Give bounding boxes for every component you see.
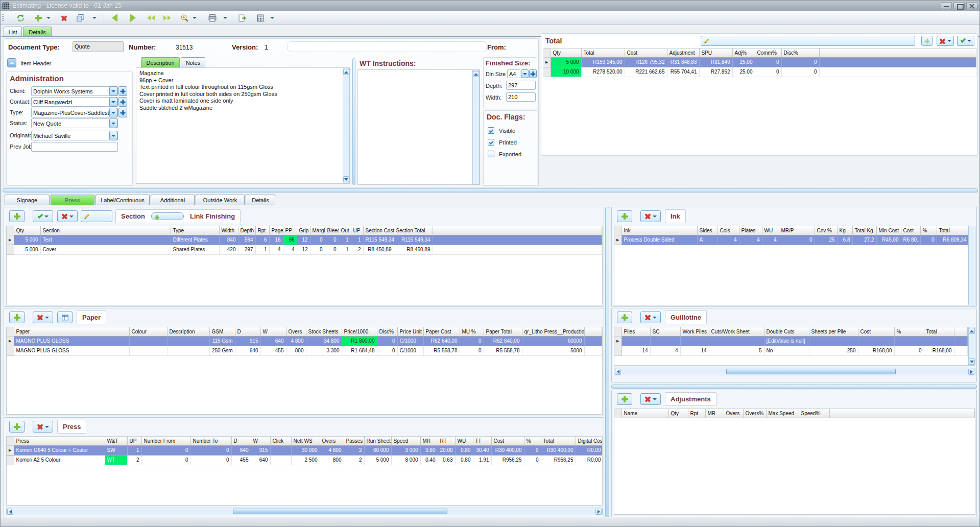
column-header[interactable]: Cost	[491, 437, 524, 445]
grid-cell[interactable]: Komori G640 5 Colour + Coater	[14, 445, 105, 455]
grid-cell[interactable]: 27.2	[852, 235, 876, 245]
column-header[interactable]: Description	[167, 327, 209, 336]
grid-cell[interactable]: R0,00	[576, 445, 603, 455]
total-apply-button[interactable]	[957, 36, 974, 46]
grid-cell[interactable]: 25.00	[732, 67, 755, 77]
column-header[interactable]: SC	[650, 327, 680, 336]
grid-cell[interactable]: 12	[297, 235, 310, 245]
grid-cell[interactable]: R1 800,00	[342, 336, 377, 346]
grid-cell[interactable]: R956,25	[491, 455, 524, 465]
grid-cell[interactable]: 0	[190, 445, 231, 455]
column-header[interactable]: Disc%	[781, 49, 819, 57]
grid-cell[interactable]: 0	[920, 235, 937, 245]
grid-cell[interactable]: R126 795,32	[625, 57, 667, 67]
grid-row[interactable]: MAGNO PLUS GLOSS250 Gsm6404558003 300R1 …	[7, 346, 602, 355]
paper-columns-button[interactable]	[57, 312, 73, 323]
scroll-up-button[interactable]	[343, 69, 349, 75]
column-header[interactable]: MR	[705, 409, 724, 418]
type-combo[interactable]: Magazine-PlusCover-Saddlesti...	[31, 108, 118, 117]
grid-cell[interactable]: 420	[219, 245, 238, 254]
item-header-collapse-button[interactable]	[7, 58, 16, 67]
grid-cell[interactable]: 6	[255, 235, 269, 245]
total-edit-box[interactable]	[701, 36, 915, 46]
grid-cell[interactable]: 455	[231, 455, 251, 465]
contact-dropdown-button[interactable]	[109, 97, 117, 107]
print-button[interactable]	[206, 12, 219, 23]
tab-details-section[interactable]: Details	[246, 195, 275, 205]
grid-cell[interactable]: 640	[260, 336, 286, 346]
grid-cell[interactable]: 640	[231, 445, 251, 455]
grid-cell[interactable]	[270, 445, 291, 455]
grid-cell[interactable]	[680, 336, 709, 346]
grid-cell[interactable]: R31 848,83	[667, 57, 699, 67]
grid-cell[interactable]: 250	[809, 346, 858, 355]
column-header[interactable]: Paper Total	[484, 327, 522, 336]
grid-cell[interactable]	[129, 336, 167, 346]
grid-row[interactable]: ▶Process Double SidedA4440256.827.2R45,0…	[614, 235, 968, 245]
press-horizontal-scrollbar[interactable]	[6, 508, 603, 515]
grid-cell[interactable]: 0	[781, 67, 819, 77]
column-header[interactable]: RT	[438, 437, 455, 445]
grid-cell[interactable]: R6 80...	[901, 235, 920, 245]
tab-details[interactable]: Details	[23, 27, 52, 37]
column-header[interactable]: Kg	[837, 226, 852, 235]
zoom-dropdown[interactable]	[192, 12, 198, 23]
grid-cell[interactable]: 5000	[522, 346, 584, 355]
exported-checkbox[interactable]	[488, 151, 494, 157]
grid-cell[interactable]: 1.91	[473, 455, 491, 465]
grid-cell[interactable]: 0	[781, 57, 819, 67]
grid-cell[interactable]: R45,00	[876, 235, 901, 245]
grid-cell[interactable]: Cover	[40, 245, 171, 254]
column-header[interactable]: Number From	[141, 437, 190, 445]
tab-additional[interactable]: Additional	[151, 195, 195, 205]
section-add-button[interactable]	[9, 210, 25, 222]
column-header[interactable]: W	[251, 437, 270, 445]
grid-cell[interactable]: 5 000	[551, 57, 581, 67]
grid-cell[interactable]: R115 549,34	[363, 235, 394, 245]
grid-cell[interactable]: C/1000	[397, 346, 423, 355]
adjustments-add-button[interactable]	[617, 393, 632, 405]
grid-row[interactable]: ▶Komori G640 5 Colour + CoaterSW10064091…	[7, 445, 603, 455]
grid-cell[interactable]: 2 500	[291, 455, 320, 465]
column-header[interactable]: MR	[420, 437, 438, 445]
column-header[interactable]: D	[235, 327, 260, 336]
grid-cell[interactable]: 4	[283, 245, 297, 254]
copy-dropdown[interactable]	[91, 12, 98, 23]
nav-first-button[interactable]	[144, 12, 158, 23]
column-header[interactable]: Depth	[238, 226, 255, 235]
grid-cell[interactable]: 4	[762, 235, 779, 245]
column-header[interactable]: Section Cost	[363, 226, 394, 235]
horizontal-splitter[interactable]	[3, 188, 978, 193]
guillotine-vertical-scrollbar[interactable]	[968, 327, 975, 366]
grid-cell[interactable]: 0	[310, 245, 325, 254]
column-header[interactable]: UP	[351, 226, 363, 235]
grid-cell[interactable]: 14	[622, 346, 650, 355]
grid-cell[interactable]: 1	[351, 235, 363, 245]
grid-cell[interactable]: WT	[105, 455, 127, 465]
grid-cell[interactable]: A	[697, 235, 718, 245]
delete-button[interactable]	[58, 12, 70, 23]
grid-cell[interactable]: Process Double Sided	[622, 235, 697, 245]
grid-cell[interactable]: R278 520,00	[581, 67, 625, 77]
tab-description[interactable]: Description	[141, 57, 180, 67]
grid-cell[interactable]: 25.00	[732, 57, 755, 67]
grid-cell[interactable]: 640	[235, 346, 260, 355]
calculator-button[interactable]	[254, 12, 267, 23]
grid-cell[interactable]: 2	[344, 455, 364, 465]
description-scrollbar[interactable]	[343, 68, 350, 183]
grid-cell[interactable]: [EditValue is null]	[764, 336, 809, 346]
grid-cell[interactable]: R62 640,00	[484, 336, 522, 346]
grid-cell[interactable]: 60 000	[364, 445, 391, 455]
grid-cell[interactable]: 96	[283, 235, 297, 245]
grid-row[interactable]: ▶5 000TextDifferent Plates84059461696120…	[7, 235, 602, 245]
grid-cell[interactable]: Komori A2 5 Colour	[14, 455, 105, 465]
refresh-button[interactable]	[14, 12, 27, 23]
tab-outside-work[interactable]: Outside Work	[196, 195, 245, 205]
grid-cell[interactable]: 0	[325, 245, 339, 254]
grid-cell[interactable]	[167, 346, 209, 355]
column-header[interactable]: Total	[541, 437, 576, 445]
grid-cell[interactable]: 0	[190, 455, 231, 465]
column-header[interactable]: MU %	[460, 327, 484, 336]
grid-cell[interactable]: 840	[219, 235, 238, 245]
guillotine-delete-button[interactable]	[640, 312, 661, 323]
